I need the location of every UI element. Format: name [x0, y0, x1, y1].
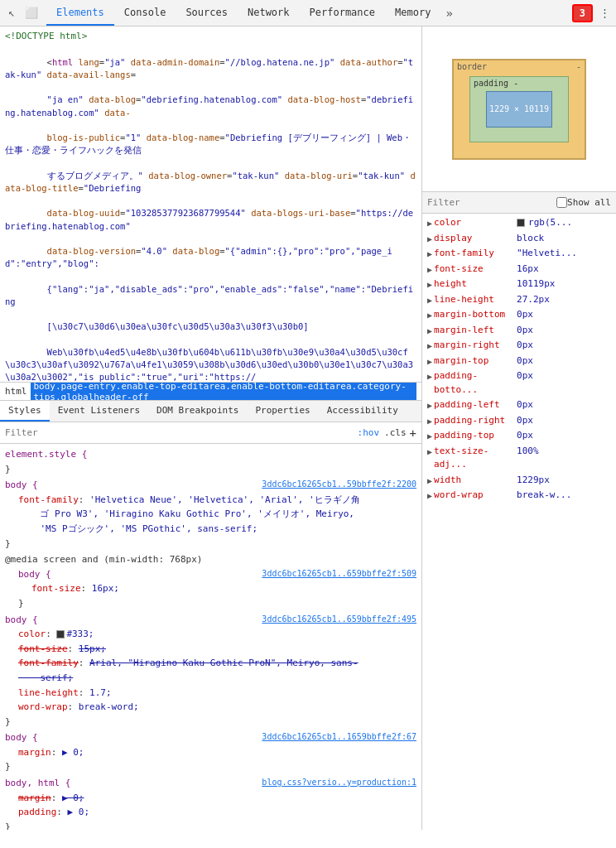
css-tab-accessibility[interactable]: Accessibility [319, 401, 407, 422]
error-badge[interactable]: 3 [572, 4, 593, 22]
computed-row[interactable]: ▶width1229px [422, 473, 616, 489]
cls-button[interactable]: .cls [384, 427, 407, 438]
box-model-area: margin - border - padding - 1229 × 10119 [422, 26, 616, 192]
computed-property-value: break-w... [517, 489, 611, 503]
computed-filter-input[interactable] [427, 197, 553, 208]
computed-row[interactable]: ▶margin-top0px [422, 354, 616, 369]
computed-property-value: 0px [517, 339, 611, 353]
html-line-doctype: <!DOCTYPE html> [5, 30, 416, 44]
breadcrumb-bar: html body.page-entry.enable-top-editarea… [0, 383, 421, 401]
main-area: <!DOCTYPE html> <html lang="ja" data-adm… [0, 26, 616, 830]
computed-expand-arrow[interactable]: ▶ [427, 446, 432, 458]
css-tabs: Styles Event Listeners DOM Breakpoints P… [0, 401, 421, 422]
computed-expand-arrow[interactable]: ▶ [427, 233, 432, 245]
breadcrumb-selected[interactable]: body.page-entry.enable-top-editarea.enab… [31, 383, 417, 401]
computed-expand-arrow[interactable]: ▶ [427, 430, 432, 442]
css-prop-line-height: line-height [18, 687, 79, 698]
computed-property-name: text-size-adj... [434, 445, 517, 472]
computed-expand-arrow[interactable]: ▶ [427, 370, 432, 383]
computed-expand-arrow[interactable]: ▶ [427, 489, 432, 502]
hov-button[interactable]: :hov [358, 427, 380, 438]
css-source-link[interactable]: 3ddc6bc16265cb1..59bbffe2f:2200 [262, 478, 416, 491]
add-style-button[interactable]: + [410, 426, 416, 440]
computed-row[interactable]: ▶line-height27.2px [422, 292, 616, 308]
computed-row[interactable]: ▶displayblock [422, 231, 616, 247]
box-model-margin: margin - border - padding - 1229 × 10119 [452, 59, 586, 160]
computed-expand-arrow[interactable]: ▶ [427, 475, 432, 487]
html-content-area: <!DOCTYPE html> <html lang="ja" data-adm… [0, 26, 421, 383]
computed-row[interactable]: ▶height10119px [422, 277, 616, 292]
css-tab-styles[interactable]: Styles [0, 401, 50, 422]
computed-row[interactable]: ▶text-size-adj...100% [422, 444, 616, 473]
css-rule-media: @media screen and (min-width: 768px) bod… [5, 552, 416, 610]
css-rules-panel: element.style { } body { 3ddc6bc16265cb1… [0, 444, 421, 830]
computed-property-value: 0px [517, 324, 611, 338]
computed-expand-arrow[interactable]: ▶ [427, 294, 432, 306]
css-rule-body-color: body { 3ddc6bc16265cb1..659bbffe2f:495 c… [5, 613, 416, 730]
computed-expand-arrow[interactable]: ▶ [427, 309, 432, 321]
css-source-link[interactable]: 3ddc6bc16265cb1..1659bbffe2f:67 [262, 730, 416, 744]
html-line-1[interactable]: <html lang="ja" data-admin-domain="//blo… [5, 44, 416, 383]
computed-row[interactable]: ▶padding-right0px [422, 413, 616, 429]
css-selector: body, html { [5, 778, 70, 788]
computed-row[interactable]: ▶padding-left0px [422, 398, 616, 413]
styles-filter-bar: :hov .cls + [0, 422, 421, 444]
computed-expand-arrow[interactable]: ▶ [427, 263, 432, 276]
computed-property-value: 0px [517, 308, 611, 322]
css-property-block: font-family: 'Helvetica Neue', 'Helvetic… [5, 493, 416, 537]
computed-filter-bar: Show all [422, 192, 616, 214]
computed-expand-arrow[interactable]: ▶ [427, 278, 432, 291]
computed-property-name: font-family [434, 247, 517, 261]
inspect-icon[interactable]: ↖ [3, 5, 20, 22]
computed-area: Show all ▶colorrgb(5...▶displayblock▶fon… [422, 192, 616, 830]
more-tabs-button[interactable]: » [440, 0, 457, 26]
color-swatch[interactable] [517, 219, 525, 227]
computed-row[interactable]: ▶font-family"Helveti... [422, 246, 616, 262]
computed-expand-arrow[interactable]: ▶ [427, 340, 432, 352]
computed-row[interactable]: ▶margin-left0px [422, 323, 616, 339]
menu-icon[interactable]: ⋮ [596, 5, 613, 22]
computed-property-value: 10119px [517, 277, 611, 292]
tab-memory[interactable]: Memory [385, 0, 440, 26]
computed-expand-arrow[interactable]: ▶ [427, 248, 432, 260]
css-source-link[interactable]: blog.css?versio..y=production:1 [262, 776, 416, 789]
computed-property-name: width [434, 474, 517, 488]
computed-row[interactable]: ▶margin-right0px [422, 338, 616, 354]
tab-network[interactable]: Network [238, 0, 300, 26]
computed-row[interactable]: ▶word-wrapbreak-w... [422, 488, 616, 504]
computed-expand-arrow[interactable]: ▶ [427, 399, 432, 412]
styles-filter-input[interactable] [5, 427, 358, 438]
computed-row[interactable]: ▶padding-top0px [422, 428, 616, 444]
tab-sources[interactable]: Sources [176, 0, 238, 26]
css-prop-word-wrap: word-wrap [18, 701, 68, 712]
css-tab-dom-breakpoints[interactable]: DOM Breakpoints [148, 401, 247, 422]
computed-row[interactable]: ▶font-size16px [422, 262, 616, 277]
css-area: Styles Event Listeners DOM Breakpoints P… [0, 401, 421, 830]
computed-property-name: display [434, 232, 517, 246]
tab-elements[interactable]: Elements [46, 0, 114, 26]
css-tab-properties[interactable]: Properties [247, 401, 318, 422]
css-selector: body { [18, 569, 51, 580]
computed-row[interactable]: ▶colorrgb(5... [422, 215, 616, 231]
computed-row[interactable]: ▶margin-bottom0px [422, 307, 616, 323]
computed-expand-arrow[interactable]: ▶ [427, 217, 432, 229]
show-all-label: Show all [567, 197, 611, 208]
css-selector: body { [5, 614, 38, 625]
tab-performance[interactable]: Performance [300, 0, 385, 26]
css-source-link[interactable]: 3ddc6bc16265cb1..659bbffe2f:495 [262, 613, 416, 626]
device-icon[interactable]: ⬜ [23, 5, 40, 22]
computed-property-name: padding-botto... [434, 369, 517, 397]
computed-expand-arrow[interactable]: ▶ [427, 415, 432, 427]
css-source-link[interactable]: 3ddc6bc16265cb1..659bbffe2f:509 [262, 567, 416, 581]
computed-expand-arrow[interactable]: ▶ [427, 355, 432, 368]
computed-property-value: 0px [517, 369, 611, 383]
css-property-block: margin: ▶ 0; [5, 745, 416, 760]
show-all-checkbox[interactable] [556, 197, 567, 208]
css-property-block: font-size: 16px; [18, 581, 416, 596]
tab-console[interactable]: Console [114, 0, 176, 26]
css-tab-event-listeners[interactable]: Event Listeners [50, 401, 148, 422]
breadcrumb-html[interactable]: html [5, 386, 27, 397]
computed-row[interactable]: ▶padding-botto...0px [422, 369, 616, 398]
computed-property-value: 0px [517, 429, 611, 443]
computed-expand-arrow[interactable]: ▶ [427, 325, 432, 337]
